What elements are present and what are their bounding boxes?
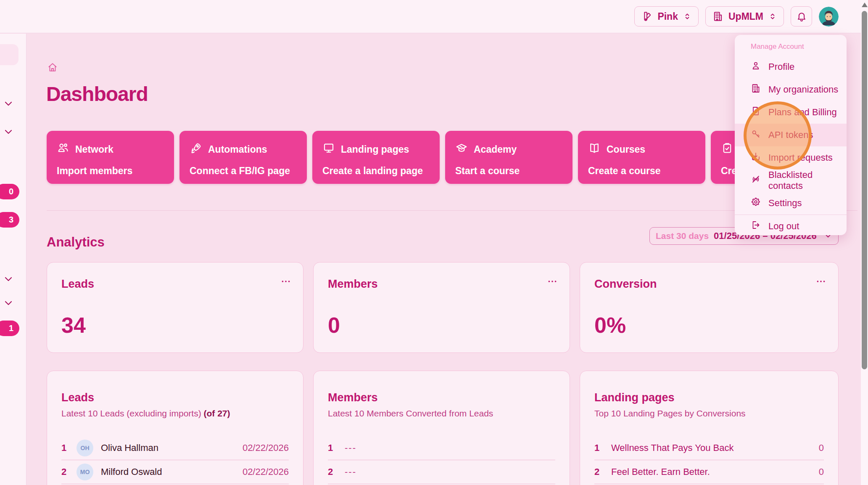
swatch-icon xyxy=(641,11,652,22)
stat-card-conversion: Conversion 0% xyxy=(580,262,839,353)
page-title: Dashboard xyxy=(46,82,148,106)
list-item[interactable]: 2 Feel Better. Earn Better. 0 xyxy=(594,460,824,484)
sidebar-count-badge: 0 xyxy=(0,184,19,199)
quick-action-subtitle: Import members xyxy=(57,165,164,177)
avatar: MO xyxy=(77,464,93,480)
stat-title: Leads xyxy=(61,278,289,291)
stat-card-leads: Leads 34 xyxy=(47,262,303,353)
building-icon xyxy=(751,83,761,96)
menu-item-blacklisted-contacts[interactable]: Blacklisted contacts xyxy=(735,169,847,192)
list-card-leads: Leads Latest 10 Leads (excluding imports… xyxy=(47,371,303,485)
row-rank: 2 xyxy=(61,466,72,477)
list-subtitle: Latest 10 Leads (excluding imports) (of … xyxy=(61,408,289,419)
menu-item-label: API tokens xyxy=(768,130,813,140)
menu-item-my-organizations[interactable]: My organizations xyxy=(735,78,847,101)
member-placeholder: --- xyxy=(345,466,356,477)
scrollbar-up-arrow[interactable] xyxy=(862,3,868,7)
page-scrollbar[interactable] xyxy=(861,0,868,485)
list-item[interactable]: 1 OH Oliva Hallman 02/22/2026 xyxy=(61,436,289,460)
list-title: Landing pages xyxy=(594,391,824,404)
more-options-button[interactable] xyxy=(815,276,826,289)
menu-item-label: Log out xyxy=(768,221,799,232)
book-icon xyxy=(588,142,601,157)
menu-item-profile[interactable]: Profile xyxy=(735,56,847,78)
quick-actions-row: Network Import members Automations Conne… xyxy=(47,131,838,184)
chevron-down-icon[interactable] xyxy=(3,98,13,110)
stat-title: Members xyxy=(328,278,555,291)
row-rank: 1 xyxy=(328,443,339,453)
list-title: Members xyxy=(328,391,555,404)
list-item[interactable]: 1 --- xyxy=(328,436,555,460)
menu-item-label: Plans and Billing xyxy=(768,107,837,118)
quick-action-landing-pages[interactable]: Landing pages Create a landing page xyxy=(312,131,440,184)
row-rank: 1 xyxy=(61,443,72,453)
app-root: Pink UpMLM 0 3 xyxy=(0,0,868,485)
quick-action-network[interactable]: Network Import members xyxy=(47,131,174,184)
key-icon xyxy=(751,129,761,141)
quick-action-title: Landing pages xyxy=(341,144,409,155)
more-options-button[interactable] xyxy=(547,276,558,289)
scrollbar-thumb[interactable] xyxy=(862,11,867,369)
quick-action-academy[interactable]: Academy Start a course xyxy=(445,131,573,184)
menu-item-label: Settings xyxy=(768,198,802,209)
member-placeholder: --- xyxy=(345,443,356,453)
menu-item-label: Import requests xyxy=(768,152,833,163)
landing-page-name: Feel Better. Earn Better. xyxy=(611,466,710,477)
home-icon[interactable] xyxy=(47,62,58,74)
sidebar-count-badge: 1 xyxy=(0,321,19,336)
stats-row: Leads 34 Members 0 Conversion 0% xyxy=(47,262,839,353)
stat-title: Conversion xyxy=(594,278,824,291)
notifications-button[interactable] xyxy=(791,6,812,27)
list-item[interactable]: 1 Wellness That Pays You Back 0 xyxy=(594,436,824,460)
list-subtitle: Top 10 Landing Pages by Conversions xyxy=(594,408,824,419)
account-menu: Manage Account Profile My organizations … xyxy=(735,35,847,235)
collapsed-sidebar: 0 3 1 xyxy=(0,34,26,485)
organization-select[interactable]: UpMLM xyxy=(705,6,784,27)
quick-action-automations[interactable]: Automations Connect a FB/IG page xyxy=(179,131,307,184)
list-title: Leads xyxy=(61,391,289,404)
sidebar-count-badge: 3 xyxy=(0,212,19,228)
chevron-down-icon[interactable] xyxy=(3,127,13,138)
more-options-button[interactable] xyxy=(280,276,291,289)
graduation-cap-icon xyxy=(455,142,468,157)
quick-action-title: Courses xyxy=(607,144,645,155)
stat-value: 0% xyxy=(594,313,824,338)
invoice-icon xyxy=(751,106,761,119)
menu-item-import-requests[interactable]: Import requests xyxy=(735,146,847,169)
conversion-count: 0 xyxy=(819,443,824,453)
person-icon xyxy=(751,61,761,73)
landing-page-name: Wellness That Pays You Back xyxy=(611,443,733,453)
avatar: OH xyxy=(77,440,93,456)
clipboard-check-icon xyxy=(721,142,733,157)
user-avatar[interactable] xyxy=(819,7,839,27)
menu-item-label: Profile xyxy=(768,61,794,72)
list-item[interactable]: 2 --- xyxy=(328,460,555,484)
people-icon xyxy=(57,142,69,157)
quick-action-title: Academy xyxy=(474,144,517,155)
sidebar-active-item[interactable] xyxy=(0,44,18,65)
date-range-preset: Last 30 days xyxy=(656,231,709,241)
menu-item-api-tokens[interactable]: API tokens xyxy=(735,124,847,146)
theme-select[interactable]: Pink xyxy=(634,6,699,27)
menu-item-plans-billing[interactable]: Plans and Billing xyxy=(735,101,847,124)
lead-date: 02/22/2026 xyxy=(243,443,289,453)
gear-icon xyxy=(751,197,761,209)
menu-item-settings[interactable]: Settings xyxy=(735,192,847,215)
monitor-icon xyxy=(322,142,335,157)
list-item[interactable]: 2 MO Milford Oswald 02/22/2026 xyxy=(61,460,289,484)
menu-item-label: Blacklisted contacts xyxy=(768,170,847,191)
stat-value: 34 xyxy=(61,313,289,338)
chevron-down-icon[interactable] xyxy=(3,298,13,310)
chevron-updown-icon xyxy=(768,12,777,21)
menu-item-log-out[interactable]: Log out xyxy=(735,215,847,235)
list-subtitle: Latest 10 Members Converted from Leads xyxy=(328,408,555,419)
lists-row: Leads Latest 10 Leads (excluding imports… xyxy=(47,371,839,485)
quick-action-courses[interactable]: Courses Create a course xyxy=(578,131,705,184)
list-card-members: Members Latest 10 Members Converted from… xyxy=(313,371,570,485)
quick-action-subtitle: Create a course xyxy=(588,165,695,177)
quick-action-title: Automations xyxy=(208,144,267,155)
top-bar: Pink UpMLM xyxy=(0,0,868,33)
row-rank: 1 xyxy=(594,443,605,453)
chevron-down-icon[interactable] xyxy=(3,274,13,286)
list-card-landing-pages: Landing pages Top 10 Landing Pages by Co… xyxy=(580,371,839,485)
